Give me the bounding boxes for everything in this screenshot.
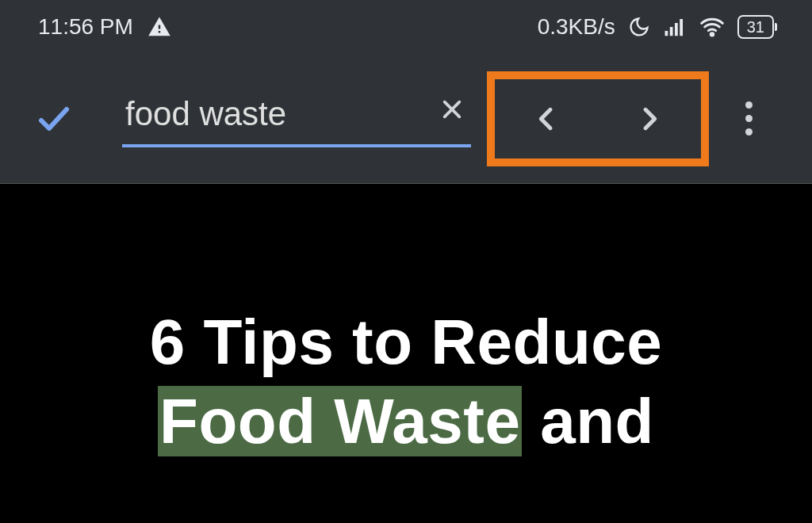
search-input-wrap — [122, 90, 471, 147]
headline-part1: 6 Tips to Reduce — [150, 307, 663, 377]
svg-rect-2 — [675, 23, 678, 36]
confirm-checkmark-icon[interactable] — [33, 98, 75, 139]
wifi-icon — [699, 14, 725, 40]
search-input[interactable] — [122, 90, 471, 147]
find-prev-button[interactable] — [495, 79, 598, 158]
page-content: 6 Tips to Reduce Food Waste and — [0, 184, 812, 523]
headline-part2: and — [522, 386, 653, 456]
alert-icon — [147, 15, 171, 39]
svg-rect-1 — [670, 27, 673, 36]
battery-indicator: 31 — [737, 15, 774, 39]
status-left: 11:56 PM — [38, 14, 171, 40]
find-in-page-bar — [0, 54, 812, 184]
status-time: 11:56 PM — [38, 14, 133, 40]
svg-rect-3 — [680, 19, 683, 36]
dnd-moon-icon — [628, 16, 650, 38]
svg-rect-0 — [665, 31, 668, 36]
more-options-icon[interactable] — [725, 101, 772, 136]
nav-buttons-highlight-annotation — [487, 71, 709, 166]
svg-point-4 — [710, 33, 713, 36]
find-next-button[interactable] — [598, 79, 701, 158]
clear-icon[interactable] — [438, 95, 466, 124]
battery-percent: 31 — [747, 18, 764, 36]
article-headline: 6 Tips to Reduce Food Waste and — [95, 303, 717, 461]
data-speed: 0.3KB/s — [538, 14, 615, 40]
status-right: 0.3KB/s 31 — [538, 14, 774, 40]
signal-icon — [663, 15, 687, 39]
status-bar: 11:56 PM 0.3KB/s 31 — [0, 0, 812, 54]
headline-highlighted-match: Food Waste — [158, 386, 522, 456]
